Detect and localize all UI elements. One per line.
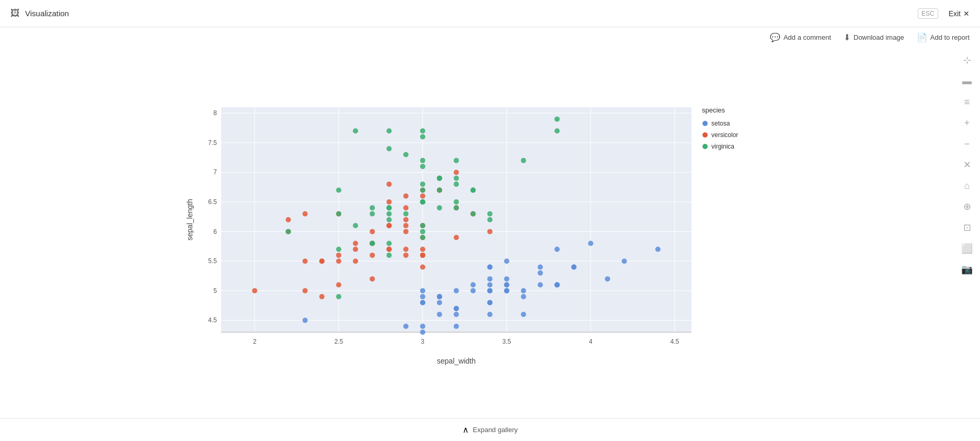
- svg-point-68: [504, 258, 509, 264]
- svg-point-86: [386, 199, 391, 205]
- add-comment-label: Add a comment: [783, 33, 831, 41]
- svg-point-89: [319, 294, 324, 299]
- svg-rect-0: [221, 107, 691, 332]
- comment-icon: 💬: [770, 32, 780, 42]
- chart-area: 22.533.544.54.555.566.577.58sepal_widths…: [0, 48, 954, 418]
- hamburger-tool[interactable]: ≡: [960, 95, 974, 109]
- svg-point-147: [454, 205, 459, 210]
- svg-point-48: [571, 265, 577, 270]
- close-icon: ✕: [963, 9, 970, 18]
- svg-text:sepal_length: sepal_length: [186, 199, 194, 240]
- svg-point-102: [454, 235, 459, 240]
- svg-point-64: [605, 276, 610, 281]
- svg-point-125: [302, 288, 307, 293]
- search-zoom-tool[interactable]: ⊕: [960, 199, 974, 214]
- svg-point-153: [386, 253, 391, 258]
- svg-point-158: [386, 217, 391, 222]
- svg-point-120: [420, 253, 425, 258]
- lasso-tool[interactable]: ⊡: [960, 220, 974, 235]
- svg-point-54: [521, 312, 526, 317]
- svg-point-164: [386, 205, 391, 210]
- home-tool[interactable]: ⌂: [960, 178, 974, 193]
- svg-point-42: [537, 265, 543, 270]
- svg-text:3: 3: [421, 338, 424, 345]
- svg-point-162: [386, 146, 391, 151]
- header: 🖼 Visualization ESC Exit ✕: [0, 0, 980, 27]
- svg-point-128: [403, 247, 408, 252]
- camera-tool[interactable]: 📷: [960, 262, 974, 277]
- svg-point-138: [336, 294, 341, 299]
- svg-text:4.5: 4.5: [670, 338, 679, 345]
- svg-point-85: [302, 258, 307, 264]
- comment-tool[interactable]: ⬜: [960, 241, 974, 256]
- svg-point-115: [370, 229, 375, 234]
- svg-point-161: [420, 158, 425, 163]
- svg-point-151: [285, 229, 291, 234]
- svg-point-116: [420, 265, 425, 270]
- header-left: 🖼 Visualization: [10, 8, 69, 19]
- svg-point-145: [336, 247, 341, 252]
- move-tool[interactable]: ⊹: [960, 53, 974, 67]
- svg-text:versicolor: versicolor: [711, 131, 738, 139]
- svg-point-177: [420, 187, 425, 193]
- svg-point-183: [702, 121, 708, 126]
- svg-text:2.5: 2.5: [334, 338, 343, 345]
- svg-point-40: [403, 324, 408, 329]
- download-icon: ⬇: [844, 32, 850, 42]
- svg-point-101: [336, 253, 341, 258]
- footer[interactable]: ∧ Expand gallery: [0, 418, 980, 441]
- visualization-icon: 🖼: [10, 8, 20, 19]
- download-image-button[interactable]: ⬇ Download image: [844, 32, 904, 42]
- svg-point-110: [403, 229, 408, 234]
- svg-point-82: [454, 169, 459, 175]
- report-icon: 📄: [917, 32, 927, 42]
- zoom-out-tool[interactable]: −: [960, 137, 974, 151]
- svg-point-126: [370, 253, 375, 258]
- svg-point-142: [454, 199, 459, 205]
- svg-text:7: 7: [213, 168, 217, 176]
- svg-point-111: [353, 247, 358, 252]
- svg-point-154: [386, 128, 391, 133]
- zoom-in-tool[interactable]: +: [960, 116, 974, 130]
- svg-text:2: 2: [252, 338, 256, 345]
- svg-point-47: [655, 247, 660, 252]
- svg-text:6.5: 6.5: [208, 198, 217, 206]
- svg-point-117: [487, 229, 492, 234]
- svg-point-90: [403, 194, 408, 199]
- svg-point-92: [252, 288, 257, 293]
- svg-point-33: [420, 294, 425, 299]
- svg-point-122: [353, 258, 358, 264]
- svg-point-105: [386, 223, 391, 228]
- svg-text:4.5: 4.5: [208, 316, 217, 324]
- crosshair-tool[interactable]: ✕: [960, 157, 974, 172]
- svg-point-49: [504, 282, 509, 287]
- exit-button[interactable]: Exit ✕: [949, 9, 970, 18]
- download-image-label: Download image: [854, 33, 904, 41]
- page-title: Visualization: [25, 9, 69, 18]
- svg-point-150: [353, 128, 358, 133]
- svg-point-96: [403, 253, 408, 258]
- svg-point-172: [436, 187, 442, 193]
- svg-point-143: [370, 205, 375, 210]
- add-comment-button[interactable]: 💬 Add a comment: [770, 32, 831, 42]
- svg-point-132: [470, 211, 476, 217]
- esc-label: ESC: [918, 8, 938, 19]
- svg-point-174: [370, 241, 375, 246]
- svg-text:6: 6: [213, 228, 217, 235]
- svg-point-56: [487, 300, 492, 305]
- svg-point-63: [487, 265, 492, 270]
- svg-point-66: [436, 294, 442, 299]
- scatter-plot: 22.533.544.54.555.566.577.58sepal_widths…: [185, 97, 780, 369]
- svg-point-127: [420, 247, 425, 252]
- svg-point-149: [554, 128, 559, 133]
- rectangle-tool[interactable]: ▬: [960, 74, 974, 88]
- svg-point-100: [285, 217, 291, 222]
- svg-point-62: [436, 300, 442, 305]
- svg-text:3.5: 3.5: [502, 338, 511, 345]
- svg-point-166: [353, 223, 358, 228]
- svg-point-155: [370, 211, 375, 217]
- svg-point-140: [336, 187, 341, 193]
- svg-point-121: [336, 258, 341, 264]
- add-to-report-button[interactable]: 📄 Add to report: [917, 32, 970, 42]
- expand-gallery-label: Expand gallery: [473, 426, 518, 434]
